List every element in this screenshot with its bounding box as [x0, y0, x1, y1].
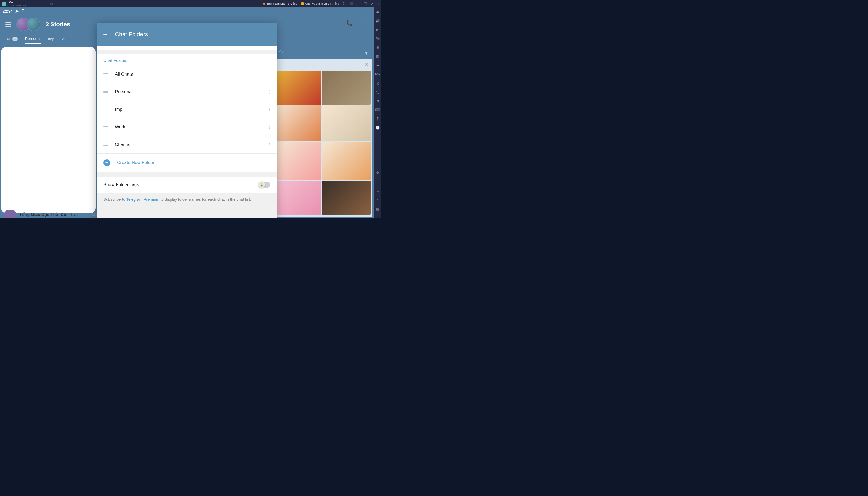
- telegram-premium-link[interactable]: Telegram Premium: [126, 197, 159, 202]
- more-options-icon[interactable]: ⋮: [362, 20, 368, 26]
- drag-handle-icon[interactable]: [104, 74, 108, 75]
- gif-thumbnail[interactable]: [275, 181, 321, 215]
- status-time: 22:34: [3, 9, 13, 13]
- telegram-status-icon: ➤: [15, 9, 19, 14]
- gif-thumbnail[interactable]: [322, 142, 370, 180]
- drag-handle-icon[interactable]: [104, 144, 108, 146]
- nav-home-icon[interactable]: ⌂: [45, 2, 47, 6]
- maximize-icon[interactable]: ☐: [364, 2, 367, 6]
- premium-hint: Subscribe to Telegram Premium to display…: [97, 193, 277, 207]
- hamburger-menu-icon[interactable]: [5, 22, 11, 27]
- android-home-icon[interactable]: ⌂: [376, 198, 380, 202]
- play-win-label: Chơi và giành chiến thắng: [305, 2, 339, 5]
- toggle-switch[interactable]: 🔒: [259, 182, 270, 188]
- gallery-icon[interactable]: ◯: [376, 90, 380, 94]
- tab-label: W...: [62, 37, 69, 41]
- tab-label: Imp: [48, 37, 54, 41]
- tab-personal[interactable]: Personal: [25, 36, 41, 44]
- screenshot-icon[interactable]: ▶: [376, 27, 380, 31]
- create-folder-label: Create New Folder: [117, 160, 155, 165]
- tab-label: Personal: [25, 36, 41, 41]
- chat-title: Tổng Giáo Dục Thời Đại Th…: [19, 212, 92, 217]
- play-win-button[interactable]: Chơi và giành chiến thắng: [301, 2, 339, 5]
- folder-more-icon[interactable]: [269, 108, 270, 111]
- folder-row-all-chats[interactable]: All Chats: [97, 66, 277, 83]
- close-window-icon[interactable]: ✕: [371, 2, 374, 6]
- story-avatar-2[interactable]: [27, 18, 41, 31]
- gif-tabs-bar: ✕: [275, 59, 372, 70]
- toggle-label: Show Folder Tags: [104, 182, 139, 187]
- folder-name: Work: [115, 124, 263, 130]
- gif-thumbnail[interactable]: [275, 142, 321, 180]
- camera-icon[interactable]: ◎: [376, 81, 380, 85]
- chat-folders-modal: ← Chat Folders Chat Folders All Chats Pe…: [97, 22, 277, 218]
- collapse-sidebar-icon[interactable]: «: [377, 2, 379, 6]
- gif-thumbnail[interactable]: [275, 106, 321, 141]
- nav-recent-icon[interactable]: ⧉: [50, 2, 53, 6]
- emulator-app-icon: [2, 2, 6, 6]
- tab-work[interactable]: W...: [62, 36, 69, 44]
- help-icon[interactable]: ⓘ: [343, 1, 346, 6]
- clock-icon[interactable]: 🕑: [376, 125, 380, 130]
- gif-thumbnail[interactable]: [322, 71, 370, 105]
- google-status-icon: G: [21, 9, 25, 13]
- lock-icon: 🔒: [260, 183, 264, 187]
- keymap-icon[interactable]: ⌨: [376, 108, 380, 112]
- modal-header: ← Chat Folders: [97, 22, 277, 46]
- android-back-icon[interactable]: ←: [376, 189, 380, 193]
- close-icon[interactable]: ✕: [365, 62, 369, 67]
- modal-body[interactable]: Chat Folders All Chats Personal: [97, 46, 277, 218]
- gif-thumbnail[interactable]: [275, 71, 321, 105]
- chat-avatar: [4, 211, 17, 218]
- gif-panel: 📎 ▼ ✕: [275, 47, 372, 217]
- folder-row-imp[interactable]: Imp: [97, 101, 277, 118]
- folder-more-icon[interactable]: [269, 125, 270, 129]
- folder-more-icon[interactable]: [269, 143, 270, 146]
- macro-icon[interactable]: ◉: [376, 45, 380, 49]
- rotate-icon[interactable]: ↻: [376, 99, 380, 103]
- tab-imp[interactable]: Imp: [48, 36, 54, 44]
- folder-row-channel[interactable]: Channel: [97, 136, 277, 153]
- sync-icon[interactable]: ⇋: [376, 63, 380, 67]
- toggle-knob: 🔒: [258, 181, 265, 188]
- folder-name: Personal: [115, 89, 263, 94]
- left-blank-panel: [1, 47, 95, 213]
- fullscreen-icon[interactable]: ⏏: [376, 10, 380, 14]
- record-icon[interactable]: 📷: [376, 36, 380, 41]
- drag-handle-icon[interactable]: [104, 91, 108, 93]
- volume-icon[interactable]: 🔊: [376, 18, 380, 22]
- location-icon[interactable]: 📍: [376, 117, 380, 121]
- call-icon[interactable]: 📞: [346, 20, 353, 26]
- folder-row-personal[interactable]: Personal: [97, 83, 277, 100]
- folder-name: Channel: [115, 142, 263, 147]
- settings-icon[interactable]: ⚙: [376, 171, 380, 175]
- chat-list-item-peek[interactable]: Tổng Giáo Dục Thời Đại Th… May 21: [1, 211, 106, 218]
- plus-icon: +: [104, 159, 110, 166]
- attachment-icon[interactable]: 📎: [279, 50, 285, 56]
- show-folder-tags-row[interactable]: Show Folder Tags 🔒: [97, 176, 277, 193]
- tab-all[interactable]: All 1: [6, 36, 18, 44]
- drag-handle-icon[interactable]: [104, 126, 108, 128]
- chevron-down-icon[interactable]: ▼: [364, 50, 369, 56]
- multi-instance-icon[interactable]: ▦: [376, 54, 380, 58]
- reward-center-button[interactable]: ♚ Trung tâm phần thưởng: [263, 2, 297, 5]
- back-arrow-icon[interactable]: ←: [102, 31, 108, 38]
- folder-row-work[interactable]: Work: [97, 118, 277, 136]
- gif-thumbnail[interactable]: [322, 181, 370, 215]
- menu-icon[interactable]: ☰: [350, 2, 353, 6]
- crown-icon: ♚: [263, 2, 266, 5]
- drag-handle-icon[interactable]: [104, 109, 108, 110]
- android-recent-icon[interactable]: ▤: [376, 207, 380, 211]
- chat-input-bar: 📎 ▼: [275, 47, 372, 59]
- folder-name: All Chats: [115, 72, 270, 77]
- nav-back-icon[interactable]: ←: [39, 2, 43, 6]
- minimize-icon[interactable]: ―: [357, 2, 360, 6]
- gif-thumbnail[interactable]: [322, 106, 370, 141]
- tab-label: All: [6, 37, 11, 41]
- folder-more-icon[interactable]: [269, 90, 270, 94]
- apk-icon[interactable]: apk: [376, 72, 380, 76]
- create-new-folder-button[interactable]: + Create New Folder: [97, 154, 277, 172]
- hint-post: to display folder names for each chat in…: [159, 197, 251, 202]
- stories-avatars[interactable]: [16, 18, 41, 31]
- android-status-bar: 22:34 ➤ G: [0, 7, 374, 15]
